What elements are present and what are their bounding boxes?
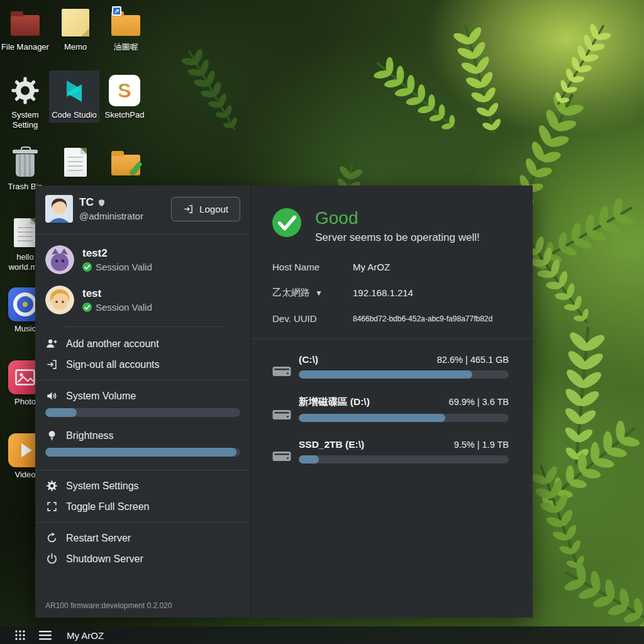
avatar[interactable] bbox=[45, 195, 73, 223]
disk-row-e: SSD_2TB (E:\) 9.5% | 1.9 TB bbox=[272, 439, 509, 464]
fullscreen-icon bbox=[46, 501, 58, 513]
drive-icon bbox=[272, 450, 291, 464]
desktop: { "desktop": { "icons": [ { "label": "Fi… bbox=[0, 0, 644, 644]
system-settings-item[interactable]: System Settings bbox=[35, 475, 250, 496]
disk-name: 新增磁碟區 (D:\) bbox=[299, 396, 370, 409]
icon-label: SketchPad bbox=[101, 110, 148, 120]
volume-slider-fill bbox=[45, 408, 77, 417]
signout-all-item[interactable]: Sign-out all accounts bbox=[35, 354, 250, 375]
icon-label: Code Studio bbox=[50, 110, 98, 120]
drive-icon bbox=[272, 365, 291, 379]
system-volume-label: System Volume bbox=[35, 386, 250, 406]
status-message: Server seems to be operating well! bbox=[315, 231, 480, 244]
gear-icon bbox=[46, 480, 58, 492]
disk-usage: 69.9% | 3.6 TB bbox=[449, 397, 509, 407]
user-menu-panel: TC @administrator Logout test2 Session V… bbox=[35, 186, 250, 618]
ip-address: 192.168.1.214 bbox=[353, 287, 413, 298]
add-account-item[interactable]: Add another account bbox=[35, 333, 250, 354]
user-plus-icon bbox=[46, 338, 58, 350]
power-icon bbox=[46, 553, 58, 565]
desktop-icon-system-setting[interactable]: System Setting bbox=[0, 70, 50, 133]
status-check-icon bbox=[272, 208, 301, 237]
sign-out-icon bbox=[46, 358, 58, 370]
taskbar-title: My ArOZ bbox=[67, 630, 104, 641]
gear-icon bbox=[10, 75, 40, 106]
drive-icon bbox=[272, 408, 291, 422]
disk-name: SSD_2TB (E:\) bbox=[299, 439, 364, 450]
disk-usage-bar bbox=[299, 455, 509, 464]
disk-usage-fill bbox=[299, 455, 319, 464]
icon-label: File Manager bbox=[1, 42, 49, 52]
divider bbox=[35, 380, 250, 380]
desktop-icon-file-manager[interactable]: File Manager bbox=[0, 3, 50, 55]
sketchpad-icon: S bbox=[109, 75, 140, 106]
icon-label: System Setting bbox=[1, 110, 49, 131]
folder-icon bbox=[111, 15, 140, 36]
hostname-label: Host Name bbox=[272, 262, 353, 272]
divider bbox=[35, 522, 250, 523]
disk-name: (C:\) bbox=[299, 354, 318, 365]
desktop-icon-shortcut-folder[interactable]: ↗ 油圖喔 bbox=[101, 3, 151, 55]
account-name: test bbox=[82, 287, 152, 300]
icon-label: Memo bbox=[52, 42, 99, 52]
network-row: 乙太網路 ▼ 192.168.1.214 bbox=[272, 287, 511, 299]
user-header: TC @administrator Logout bbox=[35, 186, 250, 229]
disk-usage: 9.5% | 1.9 TB bbox=[454, 440, 509, 450]
uuid-row: Dev. UUID 8466bd72-bdb6-452a-abc9-fa98a7… bbox=[272, 313, 511, 324]
start-popup: TC @administrator Logout test2 Session V… bbox=[35, 186, 533, 618]
grid-icon bbox=[14, 630, 26, 641]
menu-button[interactable] bbox=[33, 626, 58, 644]
brightness-label: Brightness bbox=[35, 425, 250, 446]
desktop-icon-folder-edit[interactable] bbox=[101, 142, 151, 184]
uuid-label: Dev. UUID bbox=[272, 313, 353, 324]
network-select[interactable]: 乙太網路 ▼ bbox=[272, 287, 353, 299]
server-status-panel: Good Server seems to be operating well! … bbox=[250, 186, 533, 618]
check-circle-icon bbox=[82, 262, 92, 272]
volume-slider[interactable] bbox=[45, 408, 240, 417]
taskbar: My ArOZ bbox=[0, 626, 644, 644]
volume-icon bbox=[46, 390, 58, 402]
document-icon bbox=[64, 148, 87, 177]
desktop-icon-code-studio[interactable]: Code Studio bbox=[49, 70, 99, 123]
desktop-icon-memo[interactable]: Memo bbox=[50, 3, 101, 55]
shield-icon bbox=[97, 199, 106, 207]
disk-usage-fill bbox=[299, 370, 472, 379]
restart-icon bbox=[46, 532, 58, 544]
account-row-test2[interactable]: test2 Session Valid bbox=[35, 240, 250, 280]
app-grid-button[interactable] bbox=[8, 626, 33, 644]
divider bbox=[64, 326, 222, 327]
divider bbox=[35, 234, 250, 235]
disk-row-c: (C:\) 82.6% | 465.1 GB bbox=[272, 354, 509, 379]
code-studio-icon bbox=[59, 75, 89, 106]
avatar bbox=[45, 286, 74, 314]
disk-usage-bar bbox=[299, 414, 509, 422]
restart-server-item[interactable]: Restart Server bbox=[35, 528, 250, 548]
shutdown-server-item[interactable]: Shutdown Server bbox=[35, 548, 250, 569]
divider bbox=[35, 470, 250, 470]
logout-button[interactable]: Logout bbox=[171, 197, 240, 221]
chevron-down-icon: ▼ bbox=[315, 289, 323, 297]
note-icon bbox=[62, 9, 89, 36]
hostname-row: Host Name My ArOZ bbox=[272, 262, 511, 272]
hostname-value: My ArOZ bbox=[353, 262, 390, 272]
uuid-value: 8466bd72-bdb6-452a-abc9-fa98a77fb82d bbox=[353, 314, 492, 323]
logout-icon bbox=[183, 204, 194, 214]
username: TC bbox=[79, 196, 94, 209]
desktop-icon-sketchpad[interactable]: S SketchPad bbox=[99, 70, 150, 123]
avatar bbox=[45, 245, 74, 274]
hamburger-icon bbox=[39, 630, 52, 641]
icon-label: 油圖喔 bbox=[102, 42, 150, 52]
brightness-slider[interactable] bbox=[45, 448, 240, 457]
trash-icon bbox=[16, 154, 35, 177]
status-title: Good bbox=[315, 208, 480, 228]
folder-icon bbox=[11, 15, 40, 36]
desktop-icon-document[interactable] bbox=[50, 142, 101, 184]
toggle-fullscreen-item[interactable]: Toggle Full Screen bbox=[35, 496, 250, 517]
firmware-version: AR100 firmware:development 0.2.020 bbox=[35, 596, 250, 618]
session-status: Session Valid bbox=[96, 302, 152, 313]
disk-usage-fill bbox=[299, 414, 445, 422]
session-status: Session Valid bbox=[96, 262, 152, 272]
account-row-test[interactable]: test Session Valid bbox=[35, 280, 250, 320]
disk-usage-bar bbox=[299, 370, 509, 379]
check-circle-icon bbox=[82, 303, 92, 312]
